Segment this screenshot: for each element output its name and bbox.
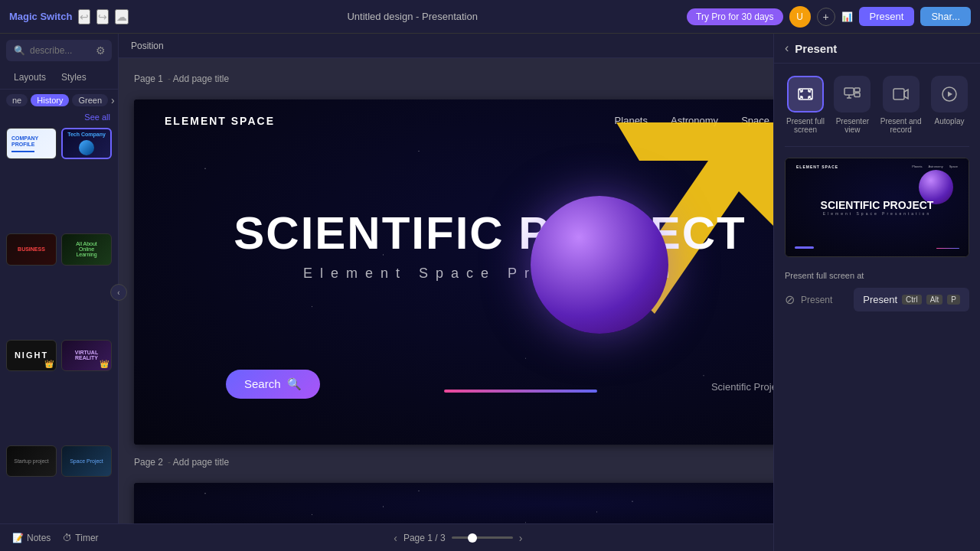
chip-history[interactable]: History <box>31 94 69 106</box>
prev-page-button[interactable]: ‹ <box>394 532 397 544</box>
slide-planet <box>531 196 668 334</box>
presenter-label: Presenterview <box>836 117 869 134</box>
undo-button[interactable]: ↩ <box>78 9 90 24</box>
present-fullscreen-option[interactable]: Present fullscreen <box>786 76 825 134</box>
slide-search-icon: 🔍 <box>287 377 302 391</box>
left-sidebar: 🔍 ⚙ Layouts Styles ne History Green › Se… <box>0 34 119 551</box>
notes-label: Notes <box>27 533 51 543</box>
keyboard-tooltip: Present Ctrl Alt P <box>854 288 969 311</box>
page-slider[interactable] <box>452 536 513 539</box>
share-button[interactable]: Shar... <box>920 7 971 26</box>
record-label: Present andrecord <box>880 117 922 134</box>
search-icon: 🔍 <box>14 45 25 56</box>
present-action-label: Present <box>801 295 832 305</box>
tab-layouts[interactable]: Layouts <box>6 67 54 89</box>
record-icon <box>883 76 920 112</box>
right-panel: ‹ Present Present fullscreen <box>773 34 980 551</box>
analytics-button[interactable]: 📊 <box>841 11 853 22</box>
autoplay-icon <box>931 76 968 112</box>
kbd-p: P <box>947 295 960 305</box>
topbar-right: Try Pro for 30 days U + 📊 Present Shar..… <box>687 6 980 28</box>
preview-main-title: SCIENTIFIC PROJECT <box>821 199 934 211</box>
kbd-ctrl: Ctrl <box>902 295 922 305</box>
template-tech-company[interactable]: Tech Company <box>61 128 112 159</box>
fullscreen-icon <box>787 76 824 112</box>
template-company-profile[interactable]: COMPANYPROFILE <box>6 128 57 159</box>
redo-button[interactable]: ↪ <box>96 9 109 24</box>
crown-badge-vr: 👑 <box>100 360 109 368</box>
slide-1[interactable]: ELEMENT SPACE Planets Astronomy Space SC… <box>134 99 773 445</box>
template-night[interactable]: NIGHT 👑 <box>6 340 57 371</box>
present-options: Present fullscreen Presenterview <box>774 64 980 146</box>
kbd-alt: Alt <box>926 295 943 305</box>
template-ai-learning[interactable]: All AboutOnlineLearning <box>61 233 112 265</box>
slide-subtitle: Element Space Presentation <box>234 266 746 282</box>
panel-title: Present <box>795 42 837 55</box>
topbar: Magic Switch ↩ ↪ ☁ Untitled design - Pre… <box>0 0 980 34</box>
cancel-button[interactable]: ⊘ <box>785 292 795 307</box>
tooltip-label: Present <box>863 294 897 305</box>
present-record-option[interactable]: Present andrecord <box>880 76 922 134</box>
template-virtual-reality[interactable]: VIRTUALREALITY 👑 <box>61 340 112 371</box>
panel-back-button[interactable]: ‹ <box>785 41 789 55</box>
autoplay-option[interactable]: Autoplay <box>931 76 968 134</box>
next-page-button[interactable]: › <box>519 532 523 544</box>
template-space-project[interactable]: Space Project <box>61 445 112 477</box>
template-business-red[interactable]: BUSINESS <box>6 233 57 265</box>
see-all-link[interactable]: See all <box>0 111 118 123</box>
slide-brand: ELEMENT SPACE <box>165 115 275 127</box>
bottom-left: 📝 Notes ⏱ Timer <box>12 533 99 543</box>
slide-preview-area: ELEMENT SPACE Planets Astronomy Space SC… <box>774 147 980 268</box>
filter-icon[interactable]: ⚙ <box>96 44 106 57</box>
slide-preview-thumb: ELEMENT SPACE Planets Astronomy Space SC… <box>785 158 969 257</box>
chip-more-icon: › <box>111 94 115 106</box>
chip-green[interactable]: Green <box>72 94 108 106</box>
cloud-button[interactable]: ☁ <box>115 9 129 24</box>
app-title: Magic Switch <box>9 11 72 22</box>
notes-icon: 📝 <box>12 533 24 543</box>
timer-icon: ⏱ <box>63 533 72 543</box>
canvas-scroll[interactable]: Page 1 - Add page title ELEMENT SPACE Pl… <box>119 58 773 551</box>
preview-bar <box>795 246 814 249</box>
search-input[interactable] <box>30 45 91 56</box>
collapse-sidebar-button[interactable]: ‹ <box>110 284 127 301</box>
template-startup[interactable]: Startup project <box>6 445 57 477</box>
template-grid: COMPANYPROFILE Tech Company BUSINESS All… <box>0 123 118 551</box>
page-2-add-title[interactable]: - Add page title <box>168 457 229 468</box>
avatar[interactable]: U <box>789 6 811 28</box>
preview-bar2 <box>936 248 959 249</box>
bottom-center: ‹ Page 1 / 3 › <box>394 532 522 544</box>
tab-styles[interactable]: Styles <box>54 67 94 89</box>
page-2-label: Page 2 - Add page title <box>134 457 758 468</box>
svg-rect-5 <box>893 89 904 99</box>
timer-button[interactable]: ⏱ Timer <box>63 533 98 543</box>
svg-rect-4 <box>854 93 860 97</box>
page-1-add-title[interactable]: - Add page title <box>168 73 229 84</box>
notes-button[interactable]: 📝 Notes <box>12 533 51 543</box>
preview-subtitle: Element Space Presentation <box>821 211 934 216</box>
page-1-label: Page 1 - Add page title <box>134 73 758 84</box>
presenter-icon <box>834 76 871 112</box>
presenter-view-option[interactable]: Presenterview <box>834 76 871 134</box>
slide-search-label: Search <box>244 377 281 390</box>
chip-ne[interactable]: ne <box>6 94 28 106</box>
main-area: Position Page 1 - Add page title ELEMENT… <box>119 34 773 551</box>
svg-rect-2 <box>844 88 854 95</box>
position-label: Position <box>131 41 164 51</box>
page-info: Page 1 / 3 <box>403 533 446 543</box>
autoplay-label: Autoplay <box>935 117 965 126</box>
preview-content: SCIENTIFIC PROJECT Element Space Present… <box>786 158 969 256</box>
document-title: Untitled design - Presentation <box>138 11 687 22</box>
topbar-left: Magic Switch ↩ ↪ ☁ <box>0 9 138 24</box>
slide-main-title: SCIENTIFIC PROJECT <box>234 207 746 259</box>
slide-project-label: Scientific Project <box>711 381 773 393</box>
crown-badge-night: 👑 <box>44 360 54 368</box>
add-button[interactable]: + <box>817 8 835 26</box>
panel-header: ‹ Present <box>774 34 980 64</box>
present-button[interactable]: Present <box>859 7 915 26</box>
try-pro-button[interactable]: Try Pro for 30 days <box>687 8 783 25</box>
fullscreen-at-label: Present full screen at <box>774 268 980 283</box>
slide-search-button[interactable]: Search 🔍 <box>226 370 320 399</box>
slide-progress-bar <box>444 390 597 393</box>
chip-row: ne History Green › <box>0 90 118 111</box>
